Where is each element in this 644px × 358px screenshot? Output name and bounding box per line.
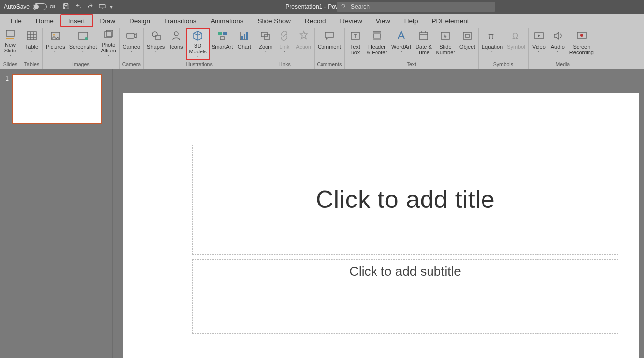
new-slide-button[interactable]: New Slide ˅ [1,28,20,60]
link-button[interactable]: Link ˅ [275,28,294,60]
group-label: Images [44,60,118,68]
smartart-button[interactable]: SmartArt [210,28,235,60]
header-footer-button[interactable]: Header & Footer [365,28,389,60]
icons-button[interactable]: Icons [167,28,186,60]
title-placeholder[interactable]: Click to add title [192,145,618,255]
group-label: Media [530,60,596,68]
table-icon [25,29,39,43]
title-placeholder-text: Click to add title [316,185,495,214]
chevron-down-icon: ˅ [130,51,133,55]
text-box-button[interactable]: Text Box [346,28,365,60]
autosave-toggle[interactable] [33,3,47,10]
action-icon [297,29,311,43]
chevron-down-icon: ˅ [9,54,12,59]
tab-review[interactable]: Review [333,14,369,28]
svg-rect-1 [6,30,14,36]
group-symbols: π Equation ˅ Ω Symbol Symbols [479,28,529,69]
tab-view[interactable]: View [369,14,397,28]
svg-rect-8 [105,32,111,38]
qat-more-icon[interactable]: ▾ [110,3,113,10]
chevron-down-icon: ˅ [283,51,286,55]
ribbon: New Slide ˅ Slides Table ˅ Tables Pictur… [0,28,644,69]
pictures-button[interactable]: Pictures ˅ [44,28,67,60]
tab-insert[interactable]: Insert [60,14,93,27]
chevron-down-icon: ˅ [491,51,493,55]
tab-animations[interactable]: Animations [204,14,251,28]
table-button[interactable]: Table ˅ [22,28,41,60]
equation-icon: π [485,29,499,43]
audio-icon [551,29,565,43]
symbol-button[interactable]: Ω Symbol [505,28,527,60]
svg-rect-16 [220,37,224,40]
comment-button[interactable]: Comment [316,28,343,60]
svg-rect-18 [244,34,245,40]
doc-name: Presentation1 [285,3,322,10]
tab-help[interactable]: Help [397,14,425,28]
svg-point-11 [152,32,157,37]
chart-button[interactable]: Chart [235,28,254,60]
slide-number-button[interactable]: # Slide Number [434,28,457,60]
tab-design[interactable]: Design [122,14,157,28]
group-text: Text Box Header & Footer WordArt ˅ Date … [345,28,479,69]
search-box[interactable]: Search [337,2,495,12]
screenshot-button[interactable]: Screenshot ˅ [67,28,99,60]
slide-thumbnail[interactable] [12,74,102,124]
chevron-down-icon: ˅ [197,55,199,60]
tab-file[interactable]: File [4,14,29,28]
date-time-button[interactable]: Date & Time [413,28,434,60]
action-button[interactable]: Action [294,28,313,60]
3d-models-button[interactable]: 3D Models ˅ [186,28,209,60]
group-label: Symbols [480,60,527,68]
slide-canvas[interactable]: Click to add title Click to add subtitle [123,93,639,358]
screen-recording-button[interactable]: Screen Recording [567,28,596,60]
slide-thumbnail-panel: 1 [0,69,113,358]
cameo-button[interactable]: Cameo ˅ [121,28,142,60]
tab-pdfelement[interactable]: PDFelement [425,14,476,28]
wordart-button[interactable]: WordArt ˅ [389,28,413,60]
undo-icon[interactable] [74,2,82,12]
save-icon[interactable] [62,2,70,12]
svg-rect-30 [465,34,469,37]
group-slides: New Slide ˅ Slides [0,28,21,69]
audio-button[interactable]: Audio ˅ [548,28,567,60]
wordart-icon [394,29,408,43]
svg-point-5 [53,34,55,36]
tab-record[interactable]: Record [298,14,333,28]
screen-recording-icon [575,29,589,43]
tab-home[interactable]: Home [29,14,60,28]
group-label: Slides [1,60,20,68]
group-links: Zoom ˅ Link ˅ Action Links [255,28,315,69]
group-images: Pictures ˅ Screenshot ˅ Photo Album ˅ Im… [43,28,120,69]
tab-draw[interactable]: Draw [93,14,123,28]
tab-transitions[interactable]: Transitions [157,14,204,28]
chevron-down-icon: ˅ [107,54,110,59]
group-comments: Comment Comments [315,28,345,69]
group-illustrations: Shapes ˅ Icons 3D Models ˅ SmartArt Char… [144,28,255,69]
zoom-button[interactable]: Zoom ˅ [256,28,275,60]
equation-button[interactable]: π Equation ˅ [480,28,505,60]
chart-icon [237,29,251,43]
from-beginning-icon[interactable] [98,2,106,12]
svg-point-0 [342,4,345,7]
subtitle-placeholder[interactable]: Click to add subtitle [192,259,618,334]
symbol-icon: Ω [509,29,523,43]
tab-slideshow[interactable]: Slide Show [250,14,298,28]
svg-rect-19 [246,32,248,40]
shapes-button[interactable]: Shapes ˅ [145,28,167,60]
icons-icon [169,29,183,43]
ribbon-tabs: File Home Insert Draw Design Transitions… [0,14,644,28]
chevron-down-icon: ˅ [54,51,56,55]
autosave-control[interactable]: AutoSave Off [0,3,59,10]
photo-album-button[interactable]: Photo Album ˅ [99,28,118,60]
chevron-down-icon: ˅ [400,51,403,55]
group-tables: Table ˅ Tables [21,28,43,69]
slide-number: 1 [3,74,9,353]
video-button[interactable]: Video ˅ [530,28,548,60]
svg-rect-2 [6,38,14,39]
redo-icon[interactable] [86,2,94,12]
subtitle-placeholder-text: Click to add subtitle [349,264,461,279]
chevron-down-icon: ˅ [155,51,157,55]
video-icon [532,29,546,43]
object-button[interactable]: Object [457,28,477,60]
slide-editor: Click to add title Click to add subtitle [113,69,644,358]
